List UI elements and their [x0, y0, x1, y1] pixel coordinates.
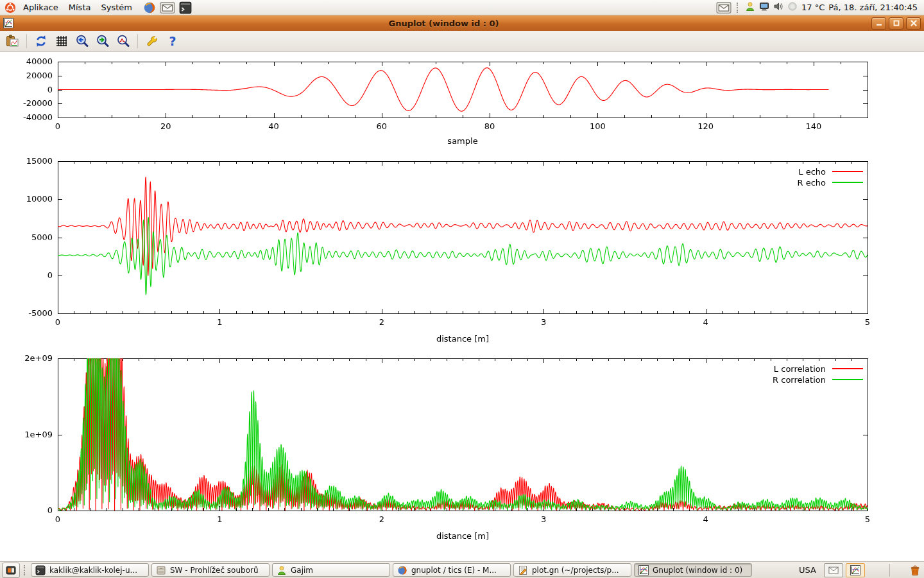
menu-0[interactable]: Aplikace — [18, 1, 64, 13]
legend-label: R correlation — [773, 375, 826, 385]
window-maximize-button[interactable] — [889, 17, 903, 30]
tray-icons — [745, 1, 798, 13]
weather-tray-item[interactable] — [787, 1, 798, 13]
chart-1-y-tick-label: 10000 — [3, 194, 53, 204]
display-tray-item[interactable] — [759, 1, 769, 13]
text-editor-icon — [518, 565, 528, 575]
zoom-next-button[interactable] — [94, 33, 111, 49]
taskbar-button-3[interactable]: gnuplot / tics (E) - M... — [393, 563, 511, 577]
window-close-button[interactable] — [906, 17, 921, 30]
chart-0-y-tick-label: -40000 — [3, 112, 53, 122]
chart-2-x-tick-label: 4 — [703, 514, 708, 524]
chart-0-x-tick-label: 0 — [55, 121, 60, 131]
gnuplot-tray-button[interactable] — [846, 563, 865, 577]
volume-tray-item[interactable] — [773, 1, 783, 13]
chart-2-legend-row: R correlation — [773, 374, 863, 385]
panel-tray: 17 °C Pá, 18. září, 21:40:45 — [716, 1, 921, 13]
legend-label: R echo — [797, 178, 826, 188]
chart-1-x-tick-label: 2 — [379, 317, 384, 327]
keyboard-layout-indicator[interactable]: USA — [799, 565, 816, 575]
chart-2-x-tick-label: 3 — [541, 514, 546, 524]
mail-launcher[interactable] — [160, 2, 175, 13]
volume-icon — [773, 1, 783, 12]
terminal-launcher[interactable] — [179, 1, 192, 14]
window-titlebar[interactable]: Gnuplot (window id : 0) — [0, 15, 924, 31]
chart-1-plot[interactable] — [0, 156, 924, 351]
notification-area — [824, 563, 865, 577]
taskbar-button-4[interactable]: plot.gn (~/projects/p... — [513, 563, 631, 577]
unzoom-button[interactable] — [115, 33, 132, 49]
firefox-launcher[interactable] — [143, 1, 156, 14]
legend-line-sample — [832, 379, 863, 380]
window-minimize-icon — [874, 18, 884, 28]
ubuntu-logo-icon — [4, 2, 16, 13]
zoom-next-icon — [96, 34, 110, 48]
chart-2-xlabel: distance [m] — [436, 531, 489, 541]
chart-0-x-tick-label: 80 — [484, 121, 495, 131]
panel-clock[interactable]: Pá, 18. září, 21:40:45 — [828, 3, 918, 12]
gnuplot-icon — [850, 565, 860, 575]
svg-text:?: ? — [169, 34, 176, 48]
top-panel: AplikaceMístaSystém 17 °C Pá, 18. září, … — [0, 0, 924, 15]
window-minimize-button[interactable] — [871, 17, 886, 30]
mail-notification-icon[interactable] — [716, 2, 732, 13]
toolbar-separator — [137, 34, 138, 48]
chart-2-x-tick-label: 0 — [55, 514, 60, 524]
show-desktop-icon — [6, 565, 16, 575]
show-desktop-button[interactable] — [2, 563, 20, 578]
weather-icon — [787, 1, 798, 12]
settings-icon — [145, 34, 159, 48]
chart-0-x-tick-label: 100 — [590, 121, 606, 131]
refresh-icon — [34, 34, 48, 48]
menu-2[interactable]: Systém — [96, 1, 137, 13]
envelope-icon — [828, 565, 839, 575]
legend-label: L echo — [798, 167, 826, 177]
chart-0-x-tick-label: 20 — [160, 121, 171, 131]
taskbar-button-label: gnuplot / tics (E) - M... — [411, 566, 497, 575]
chart-2-y-tick-label: 2e+09 — [3, 353, 53, 363]
copy-plot-button[interactable] — [4, 33, 21, 49]
envelope-tray-button[interactable] — [824, 563, 843, 577]
chart-1-xlabel: distance [m] — [436, 334, 489, 344]
chart-1-x-tick-label: 4 — [703, 317, 708, 327]
taskbar-button-0[interactable]: kaklik@kaklik-kolej-u... — [31, 563, 149, 577]
chart-1-x-tick-label: 1 — [217, 317, 222, 327]
grid-button[interactable] — [53, 33, 70, 49]
taskbar-button-5[interactable]: Gnuplot (window id : 0) — [634, 563, 752, 577]
tray-grip[interactable] — [737, 3, 740, 13]
taskbar-button-2[interactable]: Gajim — [272, 563, 390, 577]
taskbar-button-label: kaklik@kaklik-kolej-u... — [49, 566, 137, 575]
unzoom-icon — [116, 34, 130, 48]
user-tray-item[interactable] — [745, 1, 755, 13]
chart-1-legend-row: L echo — [798, 166, 863, 177]
chart-1: 012345-5000050001000015000distance [m]L … — [0, 156, 924, 351]
legend-line-sample — [832, 182, 863, 183]
window-title: Gnuplot (window id : 0) — [16, 19, 871, 28]
chart-0-y-tick-label: 20000 — [3, 71, 53, 80]
chart-0-x-tick-label: 40 — [268, 121, 279, 131]
zoom-previous-icon — [75, 34, 89, 48]
taskbar-button-1[interactable]: SW - Prohlížeč souborů — [151, 563, 270, 577]
chart-2-y-tick-label: 1e+09 — [3, 430, 53, 439]
taskbar-button-label: SW - Prohlížeč souborů — [170, 566, 259, 575]
zoom-previous-button[interactable] — [74, 33, 90, 49]
chart-0-x-tick-label: 120 — [697, 121, 714, 131]
chart-2-legend-row: L correlation — [774, 363, 863, 374]
weather-temperature[interactable]: 17 °C — [801, 3, 825, 12]
panel-launchers — [141, 1, 194, 14]
taskbar-button-label: Gnuplot (window id : 0) — [653, 566, 742, 575]
ubuntu-menu-button[interactable] — [4, 2, 16, 13]
taskbar-grip[interactable] — [24, 565, 27, 575]
terminal-icon — [179, 1, 192, 14]
gnuplot-toolbar: ? — [0, 31, 924, 52]
help-button[interactable]: ? — [164, 33, 181, 49]
grid-icon — [55, 34, 69, 48]
refresh-button[interactable] — [33, 33, 49, 49]
taskbar-separator — [889, 564, 890, 577]
taskbar-button-label: plot.gn (~/projects/p... — [532, 566, 619, 575]
chart-0: 020406080100120140-40000-200000200004000… — [0, 57, 924, 154]
menu-1[interactable]: Místa — [64, 1, 96, 13]
legend-line-sample — [832, 368, 863, 369]
trash-icon[interactable] — [909, 565, 921, 576]
settings-button[interactable] — [144, 33, 160, 49]
